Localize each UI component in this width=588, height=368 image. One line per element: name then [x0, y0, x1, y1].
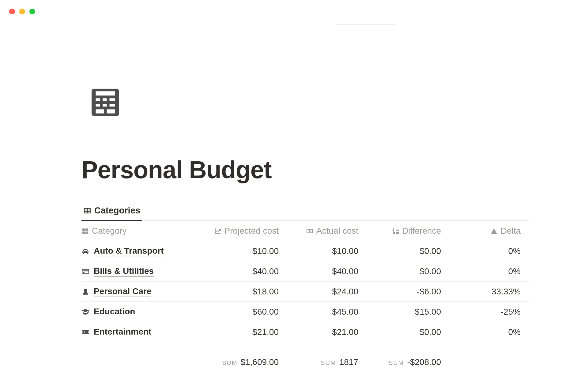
table-row[interactable]: Auto & Transport$10.00$10.00$0.000%: [81, 241, 529, 261]
car-icon: [81, 247, 89, 255]
cell-actual[interactable]: $24.00: [284, 287, 363, 297]
cell-delta[interactable]: -25%: [446, 307, 526, 317]
row-label: Personal Care: [94, 286, 151, 297]
view-tab-categories[interactable]: Categories: [81, 202, 142, 221]
cell-projected[interactable]: $10.00: [198, 246, 284, 256]
cash-icon: [306, 227, 313, 235]
cell-difference[interactable]: $15.00: [363, 307, 446, 317]
cell-category[interactable]: Education: [81, 307, 198, 317]
column-header-difference[interactable]: Difference: [363, 226, 446, 236]
view-tab-label: Categories: [94, 205, 140, 216]
graduate-icon: [81, 308, 89, 316]
board-icon: [81, 227, 89, 235]
cell-category[interactable]: Bills & Utilities: [81, 266, 198, 277]
table-row[interactable]: Education$60.00$45.00$15.00-25%: [81, 302, 529, 322]
cell-actual[interactable]: $45.00: [284, 307, 363, 317]
close-window-dot[interactable]: [9, 9, 15, 14]
cell-delta[interactable]: 0%: [446, 327, 526, 337]
page-title[interactable]: Personal Budget: [81, 156, 529, 184]
delta-icon: [490, 227, 498, 235]
view-tabs: Categories: [81, 202, 529, 221]
cell-projected[interactable]: $60.00: [198, 307, 284, 317]
cell-delta[interactable]: 0%: [446, 246, 526, 256]
operators-icon: [392, 227, 399, 235]
decorative-outline: [335, 18, 396, 25]
window-controls: [9, 9, 35, 14]
cell-actual[interactable]: $10.00: [284, 246, 363, 256]
cell-delta[interactable]: 0%: [446, 266, 526, 276]
cell-delta[interactable]: 33.33%: [446, 287, 526, 297]
cell-actual[interactable]: $21.00: [284, 327, 363, 337]
table-icon: [83, 207, 91, 215]
column-header-projected[interactable]: Projected cost: [198, 226, 284, 236]
cell-category[interactable]: Entertainment: [81, 327, 198, 337]
sum-difference: SUM -$208.00: [363, 357, 446, 367]
person-icon: [81, 288, 89, 296]
table-sum-row: SUM $1,609.00 SUM 1817 SUM -$208.00: [81, 351, 529, 368]
sum-projected: SUM $1,609.00: [198, 357, 284, 367]
row-label: Education: [94, 307, 135, 317]
cell-category[interactable]: Auto & Transport: [81, 246, 198, 256]
column-header-delta[interactable]: Delta: [446, 226, 526, 236]
maximize-window-dot[interactable]: [29, 9, 35, 14]
row-label: Entertainment: [94, 327, 151, 337]
column-header-category[interactable]: Category: [81, 226, 198, 236]
cell-difference[interactable]: -$6.00: [363, 287, 446, 297]
row-label: Bills & Utilities: [94, 266, 154, 277]
cell-difference[interactable]: $0.00: [363, 266, 446, 276]
table-row[interactable]: Bills & Utilities$40.00$40.00$0.000%: [81, 261, 529, 282]
table-row[interactable]: Entertainment$21.00$21.00$0.000%: [81, 322, 529, 342]
cell-difference[interactable]: $0.00: [363, 327, 446, 337]
table-row-cutoff: [81, 342, 529, 351]
cell-difference[interactable]: $0.00: [363, 246, 446, 256]
page-icon-calculator[interactable]: [89, 83, 122, 122]
row-label: Auto & Transport: [94, 246, 164, 256]
table-row[interactable]: Personal Care$18.00$24.00-$6.0033.33%: [81, 282, 529, 302]
cell-projected[interactable]: $40.00: [198, 266, 284, 276]
cell-actual[interactable]: $40.00: [284, 266, 363, 276]
card-icon: [81, 267, 89, 275]
categories-table: Category Projected cost Actual cost Diff…: [81, 221, 529, 368]
ticket-icon: [81, 328, 89, 336]
cell-category[interactable]: Personal Care: [81, 286, 198, 297]
table-header-row: Category Projected cost Actual cost Diff…: [81, 221, 529, 241]
column-header-actual[interactable]: Actual cost: [284, 226, 363, 236]
minimize-window-dot[interactable]: [19, 9, 25, 14]
cell-projected[interactable]: $21.00: [198, 327, 284, 337]
cell-projected[interactable]: $18.00: [198, 287, 284, 297]
chart-up-icon: [214, 227, 221, 235]
sum-actual: SUM 1817: [284, 357, 363, 367]
